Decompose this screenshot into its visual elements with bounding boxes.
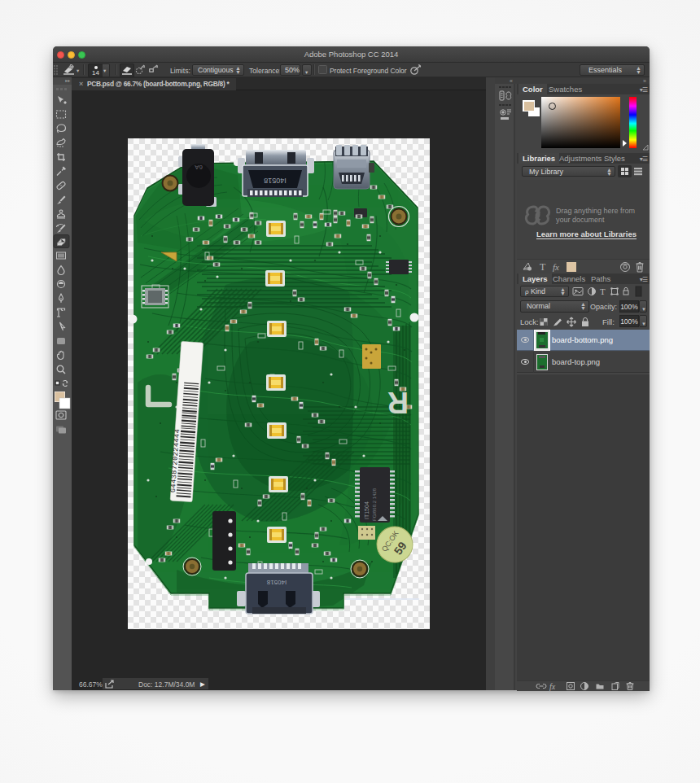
svg-text:I40518: I40518 <box>264 177 287 185</box>
svg-text:FGI860.2 1428: FGI860.2 1428 <box>372 488 377 521</box>
svg-text:fx: fx <box>549 682 556 691</box>
svg-text:6A: 6A <box>194 164 202 171</box>
svg-text:I40518: I40518 <box>266 579 287 586</box>
svg-text:fx: fx <box>553 262 559 272</box>
svg-text:T: T <box>540 261 546 273</box>
svg-text:IT1504: IT1504 <box>364 501 370 519</box>
svg-text:R: R <box>387 386 409 419</box>
svg-text:T: T <box>600 287 606 296</box>
